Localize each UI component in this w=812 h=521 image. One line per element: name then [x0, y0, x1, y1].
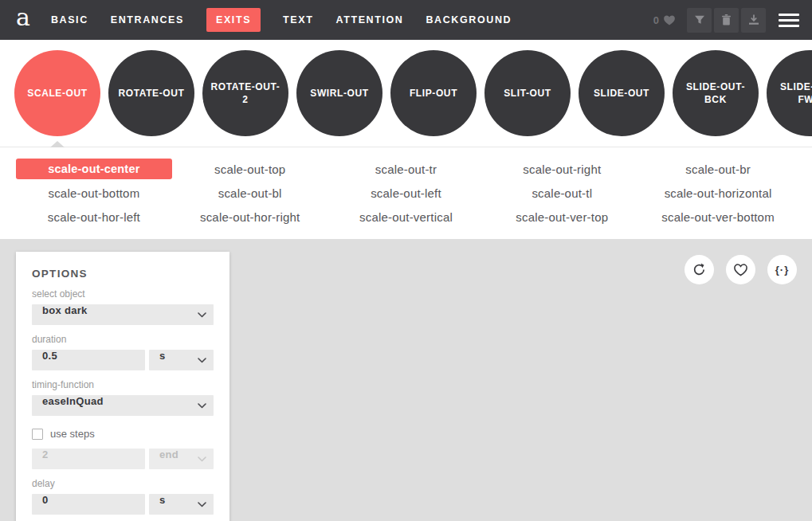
variation-grid: scale-out-centerscale-out-topscale-out-t…: [16, 157, 796, 229]
variation-cell: scale-out-tl: [484, 181, 640, 205]
use-steps-checkbox-row[interactable]: use steps: [32, 428, 214, 440]
options-panel: OPTIONS select objectbox darkduration0.5…: [16, 252, 229, 521]
category-circle-slit-out[interactable]: SLIT-OUT: [484, 50, 571, 136]
category-circle-slide-out-fwd[interactable]: SLIDE-OUT-FWD: [767, 50, 812, 136]
variation-scale-out-ver-bottom[interactable]: scale-out-ver-bottom: [661, 210, 775, 224]
steps-input[interactable]: 2: [32, 449, 145, 469]
field-row: easeInQuad: [32, 395, 214, 416]
select-timing-function[interactable]: easeInQuad: [32, 395, 214, 416]
duration-unit-select[interactable]: s: [149, 350, 214, 370]
nav-item-exits[interactable]: EXITS: [206, 8, 261, 32]
preview-area: OPTIONS select objectbox darkduration0.5…: [0, 239, 812, 521]
variation-scale-out-ver-top[interactable]: scale-out-ver-top: [516, 210, 608, 224]
variation-cell: scale-out-right: [484, 157, 640, 181]
unit-value: end: [149, 449, 198, 469]
variation-cell: scale-out-br: [640, 157, 796, 181]
variation-list: scale-out-centerscale-out-topscale-out-t…: [0, 147, 812, 239]
checkbox-label: use steps: [50, 428, 95, 440]
field-label: select object: [32, 288, 214, 300]
select-select-object[interactable]: box dark: [32, 304, 214, 325]
chevron-down-icon: [198, 312, 214, 318]
filter-icon[interactable]: [687, 8, 712, 33]
category-circle-rotate-out-2[interactable]: ROTATE-OUT-2: [202, 50, 288, 136]
select-value: easeInQuad: [32, 395, 198, 416]
code-icon[interactable]: {·}: [767, 255, 797, 284]
category-circle-slide-out[interactable]: SLIDE-OUT: [579, 50, 665, 136]
preview-actions: {·}: [685, 255, 797, 284]
variation-cell: scale-out-bl: [172, 181, 328, 205]
main-nav: BASICENTRANCESEXITSTEXTATTENTIONBACKGROU…: [51, 8, 512, 32]
select-value: box dark: [32, 304, 198, 325]
variation-cell: scale-out-bottom: [16, 181, 172, 205]
duration-input[interactable]: 0.5: [32, 350, 145, 370]
variation-scale-out-tr[interactable]: scale-out-tr: [375, 163, 437, 176]
field-label: duration: [32, 334, 214, 345]
variation-scale-out-top[interactable]: scale-out-top: [214, 163, 285, 176]
field-row: 2end: [32, 449, 214, 469]
variation-scale-out-left[interactable]: scale-out-left: [371, 186, 441, 200]
top-bar: a BASICENTRANCESEXITSTEXTATTENTIONBACKGR…: [0, 0, 812, 40]
options-fields: select objectbox darkduration0.5stiming-…: [32, 288, 214, 521]
variation-scale-out-hor-right[interactable]: scale-out-hor-right: [200, 210, 300, 224]
variation-cell: scale-out-horizontal: [640, 181, 796, 205]
trash-icon[interactable]: [714, 8, 739, 33]
field-row: 0.5s: [32, 350, 214, 370]
chevron-down-icon: [198, 502, 214, 507]
category-circle-flip-out[interactable]: FLIP-OUT: [390, 50, 477, 136]
active-category-pointer: [50, 141, 65, 147]
code-glyph: {·}: [775, 264, 789, 276]
unit-value: s: [149, 494, 198, 515]
chevron-down-icon: [198, 358, 214, 363]
replay-icon[interactable]: [685, 255, 714, 284]
variation-scale-out-br[interactable]: scale-out-br: [685, 163, 751, 176]
category-circles: SCALE-OUTROTATE-OUTROTATE-OUT-2SWIRL-OUT…: [0, 40, 812, 147]
variation-cell: scale-out-hor-right: [172, 205, 328, 229]
variation-scale-out-hor-left[interactable]: scale-out-hor-left: [48, 210, 140, 224]
checkbox[interactable]: [32, 429, 43, 440]
nav-item-attention[interactable]: ATTENTION: [335, 14, 403, 25]
nav-item-background[interactable]: BACKGROUND: [426, 14, 512, 25]
category-circle-rotate-out[interactable]: ROTATE-OUT: [108, 50, 194, 136]
chevron-down-icon: [198, 403, 214, 409]
variation-scale-out-bottom[interactable]: scale-out-bottom: [48, 186, 139, 200]
nav-item-text[interactable]: TEXT: [283, 14, 313, 25]
input-value: 0: [32, 494, 145, 515]
variation-cell: scale-out-top: [172, 157, 328, 181]
nav-item-entrances[interactable]: ENTRANCES: [111, 14, 184, 25]
download-icon[interactable]: [741, 8, 766, 33]
unit-value: s: [149, 350, 198, 370]
input-value: 0.5: [32, 350, 145, 370]
variation-scale-out-bl[interactable]: scale-out-bl: [218, 186, 282, 200]
field-row: box dark: [32, 304, 214, 325]
options-title: OPTIONS: [32, 268, 214, 280]
variation-cell: scale-out-left: [328, 181, 484, 205]
variation-scale-out-center[interactable]: scale-out-center: [16, 159, 172, 179]
topbar-right: 0: [653, 8, 799, 33]
delay-input[interactable]: 0: [32, 494, 145, 515]
variation-cell: scale-out-vertical: [328, 205, 484, 229]
field-label: timing-function: [32, 379, 214, 390]
hamburger-icon[interactable]: [779, 14, 799, 27]
variation-scale-out-horizontal[interactable]: scale-out-horizontal: [665, 186, 772, 200]
heart-icon: [663, 14, 676, 25]
variation-cell: scale-out-tr: [328, 157, 484, 181]
variation-cell: scale-out-ver-top: [484, 205, 640, 229]
category-circle-slide-out-bck[interactable]: SLIDE-OUT-BCK: [673, 50, 759, 136]
category-circle-swirl-out[interactable]: SWIRL-OUT: [296, 50, 382, 136]
nav-item-basic[interactable]: BASIC: [51, 14, 88, 25]
variation-cell: scale-out-ver-bottom: [640, 205, 796, 229]
variation-scale-out-right[interactable]: scale-out-right: [523, 163, 601, 176]
input-value: 2: [32, 449, 145, 469]
variation-scale-out-tl[interactable]: scale-out-tl: [532, 186, 592, 200]
variation-cell: scale-out-hor-left: [16, 205, 172, 229]
variation-cell: scale-out-center: [16, 157, 172, 181]
header-action-bar: [687, 8, 766, 33]
field-row: 0s: [32, 494, 214, 515]
category-circle-scale-out[interactable]: SCALE-OUT: [14, 50, 100, 136]
favorite-icon[interactable]: [726, 255, 755, 284]
delay-unit-select[interactable]: s: [149, 494, 214, 515]
variation-scale-out-vertical[interactable]: scale-out-vertical: [359, 210, 453, 224]
logo[interactable]: a: [16, 6, 30, 29]
favorites-count: 0: [653, 14, 659, 26]
steps-unit-select[interactable]: end: [149, 449, 214, 469]
